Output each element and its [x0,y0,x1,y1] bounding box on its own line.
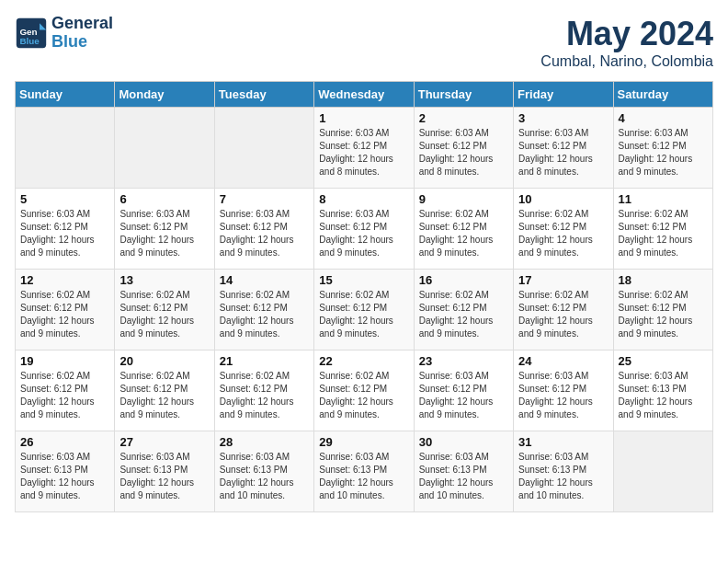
day-number: 2 [419,111,508,125]
day-of-week-header: Tuesday [214,82,313,108]
day-info: Sunrise: 6:02 AM Sunset: 6:12 PM Dayligh… [119,289,209,340]
day-number: 31 [518,435,608,449]
day-info: Sunrise: 6:03 AM Sunset: 6:13 PM Dayligh… [20,451,109,502]
day-info: Sunrise: 6:02 AM Sunset: 6:12 PM Dayligh… [20,370,109,421]
day-number: 15 [319,273,408,287]
calendar-day-cell: 22Sunrise: 6:02 AM Sunset: 6:12 PM Dayli… [314,350,414,431]
calendar-week-row: 1Sunrise: 6:03 AM Sunset: 6:12 PM Daylig… [16,108,713,189]
calendar-day-cell: 27Sunrise: 6:03 AM Sunset: 6:13 PM Dayli… [115,431,214,512]
calendar-day-cell [16,108,115,189]
day-number: 3 [518,111,608,125]
day-number: 9 [419,192,508,206]
calendar-week-row: 12Sunrise: 6:02 AM Sunset: 6:12 PM Dayli… [16,270,713,350]
day-info: Sunrise: 6:03 AM Sunset: 6:13 PM Dayligh… [119,451,209,502]
day-info: Sunrise: 6:02 AM Sunset: 6:12 PM Dayligh… [20,289,109,340]
day-info: Sunrise: 6:03 AM Sunset: 6:12 PM Dayligh… [220,208,309,259]
calendar-header-row: SundayMondayTuesdayWednesdayThursdayFrid… [16,82,713,108]
calendar-day-cell: 15Sunrise: 6:02 AM Sunset: 6:12 PM Dayli… [314,270,414,350]
calendar-day-cell: 11Sunrise: 6:02 AM Sunset: 6:12 PM Dayli… [613,189,712,270]
calendar-day-cell: 28Sunrise: 6:03 AM Sunset: 6:13 PM Dayli… [214,431,313,512]
day-number: 22 [319,354,408,368]
calendar-day-cell: 29Sunrise: 6:03 AM Sunset: 6:13 PM Dayli… [314,431,414,512]
calendar-week-row: 5Sunrise: 6:03 AM Sunset: 6:12 PM Daylig… [16,189,713,270]
day-of-week-header: Saturday [613,82,712,108]
calendar-day-cell: 26Sunrise: 6:03 AM Sunset: 6:13 PM Dayli… [16,431,115,512]
calendar-day-cell [613,431,712,512]
day-number: 5 [20,192,109,206]
day-info: Sunrise: 6:02 AM Sunset: 6:12 PM Dayligh… [319,289,408,340]
calendar-day-cell [115,108,214,189]
day-number: 27 [119,435,209,449]
day-number: 26 [20,435,109,449]
logo-text: General Blue [51,15,113,52]
day-of-week-header: Friday [514,82,613,108]
day-info: Sunrise: 6:03 AM Sunset: 6:13 PM Dayligh… [220,451,309,502]
day-number: 14 [220,273,309,287]
day-number: 21 [220,354,309,368]
calendar-day-cell: 2Sunrise: 6:03 AM Sunset: 6:12 PM Daylig… [414,108,513,189]
day-info: Sunrise: 6:02 AM Sunset: 6:12 PM Dayligh… [419,208,508,259]
day-info: Sunrise: 6:03 AM Sunset: 6:13 PM Dayligh… [619,370,708,421]
day-info: Sunrise: 6:02 AM Sunset: 6:12 PM Dayligh… [220,370,309,421]
day-number: 17 [518,273,608,287]
day-info: Sunrise: 6:03 AM Sunset: 6:13 PM Dayligh… [518,451,608,502]
calendar-day-cell: 12Sunrise: 6:02 AM Sunset: 6:12 PM Dayli… [16,270,115,350]
calendar-day-cell: 23Sunrise: 6:03 AM Sunset: 6:12 PM Dayli… [414,350,513,431]
day-number: 6 [119,192,209,206]
day-of-week-header: Thursday [414,82,513,108]
day-info: Sunrise: 6:03 AM Sunset: 6:12 PM Dayligh… [119,208,209,259]
day-number: 25 [619,354,708,368]
calendar-day-cell: 24Sunrise: 6:03 AM Sunset: 6:12 PM Dayli… [514,350,613,431]
calendar-day-cell: 30Sunrise: 6:03 AM Sunset: 6:13 PM Dayli… [414,431,513,512]
calendar-day-cell: 6Sunrise: 6:03 AM Sunset: 6:12 PM Daylig… [115,189,214,270]
day-of-week-header: Wednesday [314,82,414,108]
day-info: Sunrise: 6:03 AM Sunset: 6:12 PM Dayligh… [319,208,408,259]
day-info: Sunrise: 6:02 AM Sunset: 6:12 PM Dayligh… [518,289,608,340]
day-number: 28 [220,435,309,449]
day-info: Sunrise: 6:03 AM Sunset: 6:12 PM Dayligh… [319,127,408,178]
day-number: 13 [119,273,209,287]
day-info: Sunrise: 6:03 AM Sunset: 6:12 PM Dayligh… [518,127,608,178]
day-info: Sunrise: 6:03 AM Sunset: 6:12 PM Dayligh… [419,370,508,421]
calendar-day-cell: 21Sunrise: 6:02 AM Sunset: 6:12 PM Dayli… [214,350,313,431]
calendar-table: SundayMondayTuesdayWednesdayThursdayFrid… [15,81,713,512]
day-info: Sunrise: 6:02 AM Sunset: 6:12 PM Dayligh… [119,370,209,421]
calendar-day-cell: 10Sunrise: 6:02 AM Sunset: 6:12 PM Dayli… [514,189,613,270]
day-info: Sunrise: 6:03 AM Sunset: 6:12 PM Dayligh… [518,370,608,421]
page-header: Gen Blue General Blue May 2024 Cumbal, N… [15,15,713,70]
title-area: May 2024 Cumbal, Narino, Colombia [540,15,713,70]
calendar-day-cell: 25Sunrise: 6:03 AM Sunset: 6:13 PM Dayli… [613,350,712,431]
day-info: Sunrise: 6:02 AM Sunset: 6:12 PM Dayligh… [220,289,309,340]
svg-text:Blue: Blue [19,35,40,45]
day-number: 11 [619,192,708,206]
calendar-week-row: 26Sunrise: 6:03 AM Sunset: 6:13 PM Dayli… [16,431,713,512]
location: Cumbal, Narino, Colombia [540,53,713,70]
day-info: Sunrise: 6:02 AM Sunset: 6:12 PM Dayligh… [319,370,408,421]
day-info: Sunrise: 6:03 AM Sunset: 6:13 PM Dayligh… [319,451,408,502]
calendar-day-cell: 8Sunrise: 6:03 AM Sunset: 6:12 PM Daylig… [314,189,414,270]
calendar-day-cell: 18Sunrise: 6:02 AM Sunset: 6:12 PM Dayli… [613,270,712,350]
day-info: Sunrise: 6:03 AM Sunset: 6:12 PM Dayligh… [20,208,109,259]
day-info: Sunrise: 6:02 AM Sunset: 6:12 PM Dayligh… [619,289,708,340]
day-number: 1 [319,111,408,125]
day-number: 12 [20,273,109,287]
day-info: Sunrise: 6:02 AM Sunset: 6:12 PM Dayligh… [619,208,708,259]
day-info: Sunrise: 6:03 AM Sunset: 6:12 PM Dayligh… [619,127,708,178]
day-of-week-header: Sunday [16,82,115,108]
calendar-week-row: 19Sunrise: 6:02 AM Sunset: 6:12 PM Dayli… [16,350,713,431]
calendar-day-cell: 1Sunrise: 6:03 AM Sunset: 6:12 PM Daylig… [314,108,414,189]
day-number: 29 [319,435,408,449]
calendar-day-cell: 16Sunrise: 6:02 AM Sunset: 6:12 PM Dayli… [414,270,513,350]
logo: Gen Blue General Blue [15,15,113,52]
calendar-day-cell: 7Sunrise: 6:03 AM Sunset: 6:12 PM Daylig… [214,189,313,270]
calendar-day-cell: 3Sunrise: 6:03 AM Sunset: 6:12 PM Daylig… [514,108,613,189]
calendar-day-cell: 20Sunrise: 6:02 AM Sunset: 6:12 PM Dayli… [115,350,214,431]
day-number: 19 [20,354,109,368]
day-number: 18 [619,273,708,287]
day-number: 8 [319,192,408,206]
day-number: 23 [419,354,508,368]
day-number: 16 [419,273,508,287]
calendar-day-cell [214,108,313,189]
calendar-day-cell: 14Sunrise: 6:02 AM Sunset: 6:12 PM Dayli… [214,270,313,350]
calendar-day-cell: 19Sunrise: 6:02 AM Sunset: 6:12 PM Dayli… [16,350,115,431]
